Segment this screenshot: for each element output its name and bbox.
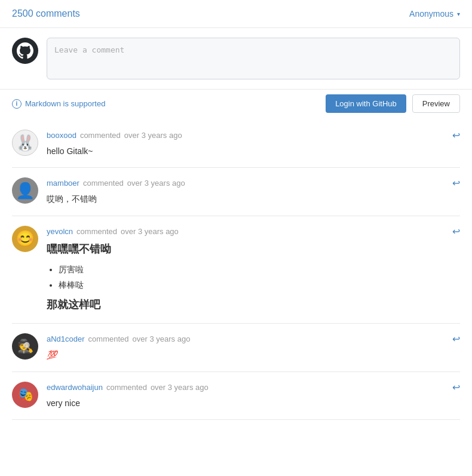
avatar: 🕵	[12, 333, 38, 360]
list-item: 厉害啦	[59, 263, 460, 276]
comment-body: yevolcn commented over 3 years ago ↩ 嘿嘿嘿…	[47, 226, 460, 314]
comment-meta: mamboer commented over 3 years ago ↩	[47, 177, 460, 189]
list-item: 棒棒哒	[59, 278, 460, 291]
avatar	[12, 38, 38, 64]
comment-author: booxood	[47, 131, 76, 140]
comments-count: 2500 comments	[12, 8, 80, 19]
comment-time: over 3 years ago	[151, 383, 209, 392]
avatar: 👤	[12, 177, 38, 204]
comments-list: 🐰 booxood commented over 3 years ago ↩ h…	[0, 120, 472, 420]
comment-time: over 3 years ago	[127, 179, 185, 188]
toolbar-buttons: Login with GitHub Preview	[326, 94, 460, 113]
comment-action: commented	[88, 334, 129, 343]
comment-meta: booxood commented over 3 years ago ↩	[47, 130, 460, 141]
comment-author: yevolcn	[47, 227, 73, 236]
info-icon: i	[12, 99, 22, 109]
comment-meta-left: edwardwohaijun commented over 3 years ag…	[47, 383, 209, 392]
comment-content: 哎哟，不错哟	[47, 192, 460, 205]
comment-action: commented	[83, 179, 124, 188]
comment-toolbar: i Markdown is supported Login with GitHu…	[0, 90, 472, 120]
comment-item: 🎭 edwardwohaijun commented over 3 years …	[12, 372, 460, 420]
avatar: 🎭	[12, 382, 38, 408]
comment-body: aNd1coder commented over 3 years ago ↩ 💯	[47, 333, 460, 361]
comment-content: 嘿嘿嘿不错呦 厉害啦棒棒哒 那就这样吧	[47, 241, 460, 314]
user-menu[interactable]: Anonymous ▾	[409, 9, 460, 19]
comment-author: mamboer	[47, 179, 79, 188]
comment-meta-left: booxood commented over 3 years ago	[47, 131, 182, 140]
comment-meta: aNd1coder commented over 3 years ago ↩	[47, 333, 460, 345]
comment-text-content: 哎哟，不错哟	[47, 194, 97, 204]
comment-text-content: very nice	[47, 398, 80, 408]
user-label: Anonymous	[409, 9, 453, 19]
comment-body: edwardwohaijun commented over 3 years ag…	[47, 382, 460, 410]
comment-meta-left: mamboer commented over 3 years ago	[47, 179, 185, 188]
comment-heading: 嘿嘿嘿不错呦	[47, 243, 111, 255]
comment-action: commented	[106, 383, 147, 392]
comment-time: over 3 years ago	[124, 131, 182, 140]
markdown-info: i Markdown is supported	[12, 99, 105, 109]
reply-icon[interactable]: ↩	[452, 177, 460, 189]
comment-textarea[interactable]: Leave a comment	[47, 38, 460, 79]
reply-icon[interactable]: ↩	[452, 226, 460, 237]
avatar: 😊	[12, 226, 38, 252]
comment-input-section: Leave a comment	[0, 28, 472, 90]
comment-footer: 那就这样吧	[47, 299, 100, 311]
reply-icon[interactable]: ↩	[452, 333, 460, 345]
header: 2500 comments Anonymous ▾	[0, 0, 472, 28]
markdown-label: Markdown is supported	[25, 99, 105, 108]
comment-body: mamboer commented over 3 years ago ↩ 哎哟，…	[47, 177, 460, 205]
chevron-down-icon: ▾	[457, 11, 460, 17]
reply-icon[interactable]: ↩	[452, 130, 460, 141]
comment-meta-left: aNd1coder commented over 3 years ago	[47, 334, 190, 343]
comment-author: aNd1coder	[47, 334, 85, 343]
comment-text-content: 💯	[47, 350, 57, 360]
comment-list: 厉害啦棒棒哒	[59, 263, 460, 292]
comment-time: over 3 years ago	[121, 227, 179, 236]
comment-action: commented	[80, 131, 121, 140]
comment-content: 💯	[47, 348, 460, 361]
comment-body: booxood commented over 3 years ago ↩ hel…	[47, 130, 460, 158]
comment-meta: yevolcn commented over 3 years ago ↩	[47, 226, 460, 237]
login-github-button[interactable]: Login with GitHub	[326, 94, 406, 113]
reply-icon[interactable]: ↩	[452, 382, 460, 393]
comment-meta-left: yevolcn commented over 3 years ago	[47, 227, 179, 236]
comment-item: 😊 yevolcn commented over 3 years ago ↩ 嘿…	[12, 216, 460, 324]
github-icon	[17, 42, 33, 59]
comment-author: edwardwohaijun	[47, 383, 103, 392]
comment-time: over 3 years ago	[133, 334, 191, 343]
comment-item: 🕵 aNd1coder commented over 3 years ago ↩…	[12, 324, 460, 371]
comment-item: 👤 mamboer commented over 3 years ago ↩ 哎…	[12, 168, 460, 216]
comment-content: very nice	[47, 397, 460, 410]
preview-button[interactable]: Preview	[412, 94, 460, 113]
comment-meta: edwardwohaijun commented over 3 years ag…	[47, 382, 460, 393]
avatar: 🐰	[12, 130, 38, 156]
comment-content: hello Gitalk~	[47, 145, 460, 158]
comment-action: commented	[76, 227, 117, 236]
comment-text-content: hello Gitalk~	[47, 146, 93, 156]
comment-item: 🐰 booxood commented over 3 years ago ↩ h…	[12, 120, 460, 168]
